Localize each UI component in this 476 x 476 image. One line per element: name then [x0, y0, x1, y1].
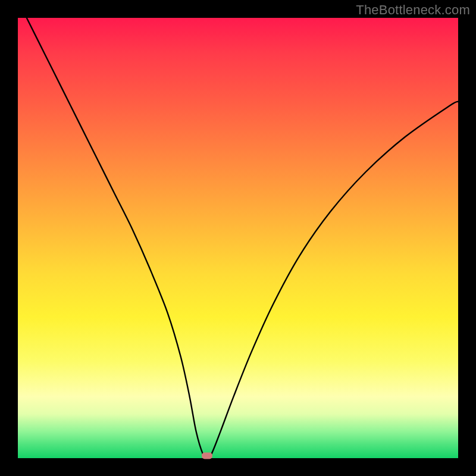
plot-area — [18, 18, 458, 458]
curve-svg — [18, 18, 458, 458]
watermark-text: TheBottleneck.com — [356, 2, 470, 18]
current-position-marker — [202, 453, 212, 459]
chart-frame: TheBottleneck.com — [0, 0, 476, 476]
bottleneck-curve — [27, 18, 458, 458]
